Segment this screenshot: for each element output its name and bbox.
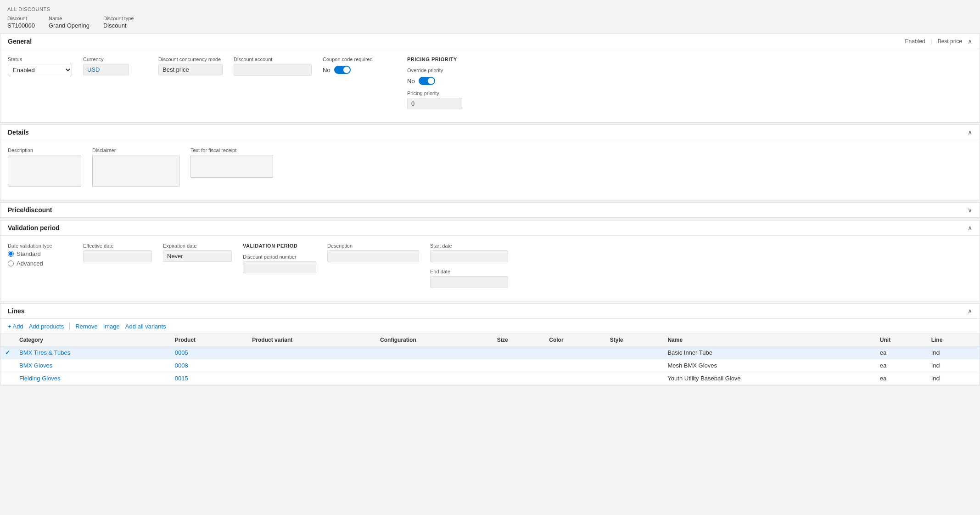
add-products-button[interactable]: Add products — [29, 323, 64, 330]
general-meta: Enabled | Best price ∧ — [905, 38, 972, 45]
lines-section-header[interactable]: Lines ∧ — [0, 304, 980, 319]
status-label: Status — [8, 57, 72, 62]
override-priority-wrap: No — [407, 77, 471, 85]
row-size — [493, 372, 545, 385]
discount-type-label: Discount type — [103, 16, 134, 21]
col-product-variant[interactable]: Product variant — [247, 334, 375, 346]
row-configuration — [375, 346, 493, 359]
add-button[interactable]: + Add — [8, 323, 23, 330]
col-color[interactable]: Color — [544, 334, 605, 346]
currency-label: Currency — [83, 57, 147, 62]
date-validation-label: Date validation type — [8, 243, 72, 249]
row-checkbox-cell: ✓ — [0, 346, 15, 359]
validation-description-value — [327, 250, 419, 262]
general-chevron-icon: ∧ — [968, 38, 972, 45]
row-style — [605, 372, 663, 385]
advanced-radio-label[interactable]: Advanced — [8, 260, 72, 267]
currency-value: USD — [83, 64, 129, 75]
override-priority-toggle[interactable] — [419, 77, 435, 85]
description-label: Description — [8, 147, 81, 153]
date-validation-radio-group: Standard Advanced — [8, 250, 72, 267]
row-product-variant — [247, 372, 375, 385]
override-priority-label: Override priority — [407, 68, 471, 73]
general-section-header[interactable]: General Enabled | Best price ∧ — [0, 34, 980, 49]
disclaimer-textarea[interactable] — [92, 155, 179, 187]
expiration-date-label: Expiration date — [163, 243, 232, 249]
effective-date-field: Effective date — [83, 243, 152, 288]
row-name: Basic Inner Tube — [663, 346, 875, 359]
disclaimer-label: Disclaimer — [92, 147, 179, 153]
row-configuration — [375, 372, 493, 385]
price-discount-header[interactable]: Price/discount ∨ — [0, 203, 980, 218]
fiscal-textarea[interactable] — [190, 155, 273, 178]
validation-title: Validation period — [8, 224, 60, 232]
row-name: Mesh BMX Gloves — [663, 359, 875, 372]
col-category[interactable]: Category — [15, 334, 170, 346]
coupon-toggle[interactable] — [334, 66, 351, 74]
price-discount-section: Price/discount ∨ — [0, 202, 980, 218]
toolbar-separator — [69, 323, 70, 330]
validation-section-header[interactable]: Validation period ∧ — [0, 221, 980, 236]
advanced-radio[interactable] — [8, 260, 14, 266]
details-section: Details ∧ Description Disclaimer Text fo… — [0, 125, 980, 200]
validation-description-field: Description — [327, 243, 419, 288]
add-all-variants-button[interactable]: Add all variants — [125, 323, 166, 330]
row-category[interactable]: Fielding Gloves — [15, 372, 170, 385]
concurrency-field: Discount concurrency mode Best price — [158, 57, 223, 109]
row-category[interactable]: BMX Tires & Tubes — [15, 346, 170, 359]
lines-table: Category Product Product variant Configu… — [0, 334, 980, 385]
row-line: Incl — [927, 346, 980, 359]
coupon-toggle-wrap: No — [323, 66, 387, 74]
col-line[interactable]: Line — [927, 334, 980, 346]
concurrency-value: Best price — [158, 64, 223, 75]
validation-period-sub: VALIDATION PERIOD Discount period number — [243, 243, 316, 288]
table-row[interactable]: Fielding Gloves 0015 Youth Utility Baseb… — [0, 372, 980, 385]
image-button[interactable]: Image — [103, 323, 120, 330]
status-select[interactable]: Enabled Disabled — [8, 64, 72, 76]
meta-separator: | — [931, 38, 932, 45]
standard-radio-label[interactable]: Standard — [8, 250, 72, 257]
details-section-header[interactable]: Details ∧ — [0, 125, 980, 140]
account-field: Discount account — [234, 57, 312, 109]
validation-form-row: Date validation type Standard Advanced — [8, 243, 972, 288]
pricing-priority-field: PRICING PRIORITY Override priority No Pr… — [407, 57, 471, 109]
row-line: Incl — [927, 372, 980, 385]
price-discount-title: Price/discount — [8, 206, 52, 214]
pricing-priority-label: Pricing priority — [407, 91, 471, 96]
row-color — [544, 359, 605, 372]
row-product[interactable]: 0015 — [170, 372, 248, 385]
col-configuration[interactable]: Configuration — [375, 334, 493, 346]
discount-type-value: Discount — [103, 22, 134, 29]
col-name[interactable]: Name — [663, 334, 875, 346]
details-chevron-icon: ∧ — [968, 129, 972, 136]
standard-radio[interactable] — [8, 251, 14, 257]
start-date-value — [430, 250, 508, 262]
disclaimer-field: Disclaimer — [92, 147, 179, 187]
discount-period-value — [243, 261, 316, 273]
pricing-priority-value: 0 — [407, 98, 462, 109]
row-checkbox-cell — [0, 359, 15, 372]
row-product[interactable]: 0008 — [170, 359, 248, 372]
discount-period-label: Discount period number — [243, 254, 316, 260]
validation-section: Validation period ∧ Date validation type… — [0, 220, 980, 301]
start-date-label: Start date — [430, 243, 508, 249]
row-size — [493, 346, 545, 359]
pricing-priority-title: PRICING PRIORITY — [407, 57, 471, 62]
validation-chevron-icon: ∧ — [968, 224, 972, 232]
breadcrumb: ALL DISCOUNTS — [0, 5, 980, 13]
col-size[interactable]: Size — [493, 334, 545, 346]
row-category[interactable]: BMX Gloves — [15, 359, 170, 372]
col-style[interactable]: Style — [605, 334, 663, 346]
description-textarea[interactable] — [8, 155, 81, 187]
col-unit[interactable]: Unit — [875, 334, 927, 346]
effective-date-value — [83, 250, 152, 262]
col-product[interactable]: Product — [170, 334, 248, 346]
table-row[interactable]: ✓ BMX Tires & Tubes 0005 Basic Inner Tub… — [0, 346, 980, 359]
general-form-row: Status Enabled Disabled Currency USD Dis… — [8, 57, 972, 109]
row-product[interactable]: 0005 — [170, 346, 248, 359]
lines-toolbar: + Add Add products Remove Image Add all … — [0, 319, 980, 334]
general-title: General — [8, 38, 32, 45]
remove-button[interactable]: Remove — [75, 323, 97, 330]
general-body: Status Enabled Disabled Currency USD Dis… — [0, 49, 980, 122]
table-row[interactable]: BMX Gloves 0008 Mesh BMX Gloves ea Incl — [0, 359, 980, 372]
